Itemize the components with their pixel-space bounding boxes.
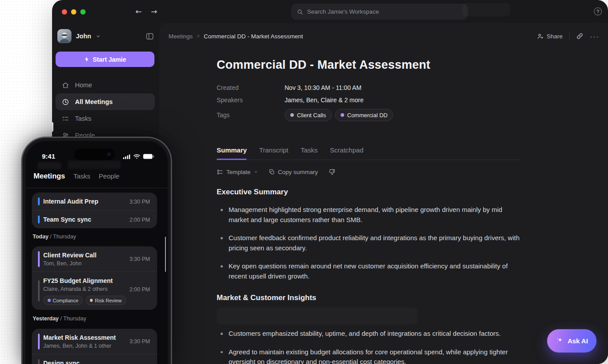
tab-tasks[interactable]: Tasks	[301, 146, 318, 160]
cellular-signal-icon	[123, 154, 131, 159]
forward-arrow-button[interactable]: →	[149, 6, 159, 17]
breadcrumb-current: Commercial DD - Market Assessment	[204, 33, 303, 40]
tab-summary[interactable]: Summary	[217, 146, 247, 160]
page-title: Commercial DD - Market Assessment	[217, 58, 430, 72]
titlebar: ← → Search Jamie's Workspace ?	[52, 0, 608, 23]
minimize-window-button[interactable]	[71, 9, 76, 15]
meeting-card: Market Risk Assessment James, Ben, John …	[32, 329, 157, 364]
camera-dot	[107, 152, 111, 156]
copy-icon	[269, 169, 275, 175]
meeting-card: Client Review Call Tom, Ben, John 3:30 P…	[32, 246, 157, 310]
sparkle-icon	[555, 337, 564, 345]
active-item-indicator	[52, 122, 53, 132]
executive-summary-bullets: Management highlighted strong enterprise…	[217, 205, 521, 290]
person-plus-icon	[537, 33, 544, 40]
group-label-yesterday: Yesterday / Thursday	[33, 316, 86, 322]
speakers-value: James, Ben, Claire & 2 more	[285, 97, 393, 104]
meeting-row[interactable]: Design sync	[32, 354, 157, 364]
home-icon	[62, 82, 69, 89]
tag-client-calls[interactable]: Client Calls	[285, 109, 332, 121]
avatar	[57, 29, 71, 43]
start-jamie-button[interactable]: Start Jamie	[56, 52, 154, 67]
faded-titlebar-element	[462, 3, 510, 16]
breadcrumb: Meetings > Commercial DD - Market Assess…	[169, 30, 599, 42]
tab-transcript[interactable]: Transcript	[259, 146, 288, 160]
chevron-down-icon	[254, 170, 258, 174]
thumbs-down-button[interactable]	[329, 168, 336, 175]
sidebar-nav: Home All Meetings Tasks People	[56, 77, 155, 144]
clock-icon	[62, 98, 69, 106]
meeting-metadata: Created Nov 3, 10:30 AM - 11:00 AM Speak…	[217, 84, 393, 121]
share-button[interactable]: Share	[537, 33, 563, 40]
sidebar-item-tasks[interactable]: Tasks	[56, 110, 155, 127]
bullet-item: Agreed to maintain existing budget alloc…	[217, 347, 521, 364]
tags-label: Tags	[217, 111, 285, 119]
section-heading-market-insights: Market & Customer Insights	[217, 293, 316, 302]
meeting-time: 3:30 PM	[129, 256, 150, 262]
bullet-item: Key open questions remain around net new…	[217, 261, 521, 281]
tab-scratchpad[interactable]: Scratchpad	[330, 146, 364, 160]
content-tabs: Summary Transcript Tasks Scratchpad	[217, 146, 520, 160]
meeting-time: 3:30 PM	[129, 199, 150, 205]
summary-toolbar: Template Copy summary	[217, 168, 336, 175]
phone-screen: 9:41 Meetings Tasks People Internal	[26, 141, 168, 364]
tag-dot	[48, 299, 51, 302]
phone-tab-people[interactable]: People	[99, 172, 120, 180]
section-heading-executive-summary: Executive Summary	[217, 188, 288, 197]
search-icon	[297, 9, 303, 15]
chevron-down-icon	[96, 34, 101, 39]
color-bar	[38, 197, 40, 205]
market-insights-bullets: Customers emphasized stability, uptime, …	[217, 329, 521, 364]
more-options-button[interactable]: ···	[590, 33, 599, 40]
speakers-label: Speakers	[217, 97, 285, 104]
template-dropdown[interactable]: Template	[217, 169, 258, 175]
help-button[interactable]: ?	[594, 7, 602, 15]
bullet-item: Customers emphasized stability, uptime, …	[217, 329, 521, 339]
meeting-tag-compliance: Compliance	[43, 296, 83, 305]
phone-tab-tasks[interactable]: Tasks	[74, 172, 90, 180]
copy-link-icon[interactable]	[576, 33, 583, 40]
meeting-row[interactable]: Team Sync sync 2:00 PM	[32, 210, 157, 228]
phone-tabs: Meetings Tasks People	[34, 172, 120, 180]
sidebar-item-home[interactable]: Home	[56, 77, 155, 93]
color-bar	[38, 334, 40, 349]
main-panel: Meetings > Commercial DD - Market Assess…	[159, 23, 608, 364]
tag-commercial-dd[interactable]: Commercial DD	[335, 109, 394, 121]
meeting-time: 2:00 PM	[129, 286, 150, 293]
wifi-icon	[133, 154, 140, 159]
meeting-row[interactable]: Internal Audit Prep 3:30 PM	[32, 193, 157, 210]
dynamic-island	[74, 149, 115, 160]
search-placeholder: Search Jamie's Workspace	[307, 8, 379, 15]
sidebar-collapse-icon[interactable]	[146, 32, 154, 41]
workspace-search-input[interactable]: Search Jamie's Workspace	[291, 4, 468, 20]
meeting-row[interactable]: FY25 Budget Alignment Claire, Amanda & 2…	[32, 271, 157, 310]
color-bar	[38, 280, 40, 301]
group-label-today: Today / Thursday	[33, 234, 76, 240]
tag-dot	[290, 113, 294, 117]
phone-scrollbar[interactable]	[165, 237, 166, 272]
meeting-tag-risk-review: Risk Review	[86, 296, 126, 305]
close-window-button[interactable]	[62, 9, 67, 15]
meeting-time: 3:30 PM	[129, 338, 150, 345]
battery-icon	[143, 154, 154, 159]
phone-tab-meetings[interactable]: Meetings	[34, 172, 65, 180]
template-icon	[217, 169, 223, 175]
workspace-switcher[interactable]: John	[57, 28, 154, 44]
bullet-item: Management highlighted strong enterprise…	[217, 205, 521, 225]
bolt-icon	[84, 56, 90, 62]
copy-summary-button[interactable]: Copy summary	[269, 169, 318, 175]
color-bar	[38, 359, 40, 364]
created-value: Nov 3, 10:30 AM - 11:00 AM	[285, 84, 393, 91]
meeting-row[interactable]: Client Review Call Tom, Ben, John 3:30 P…	[32, 246, 157, 271]
zoom-window-button[interactable]	[80, 9, 86, 15]
back-arrow-button[interactable]: ←	[134, 6, 143, 17]
tag-dot	[341, 113, 344, 117]
user-name: John	[76, 33, 91, 40]
meeting-row[interactable]: Market Risk Assessment James, Ben, John …	[32, 329, 157, 354]
breadcrumb-parent[interactable]: Meetings	[169, 33, 193, 40]
tag-dot	[90, 299, 93, 302]
ask-ai-button[interactable]: Ask AI	[547, 329, 597, 353]
color-bar	[38, 251, 40, 267]
sidebar-item-all-meetings[interactable]: All Meetings	[56, 93, 155, 110]
divider	[26, 188, 168, 188]
